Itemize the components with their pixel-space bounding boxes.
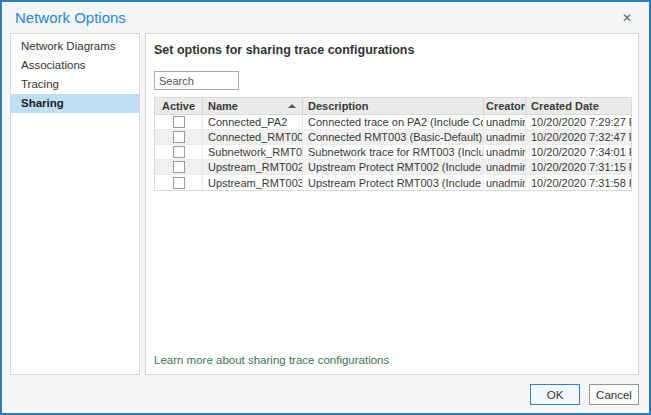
- column-header-name[interactable]: Name: [203, 98, 303, 114]
- active-checkbox[interactable]: [173, 146, 185, 158]
- cell-active: [155, 145, 203, 159]
- title-bar: Network Options ✕: [2, 2, 649, 33]
- cell-creator: unadmin: [484, 130, 526, 144]
- active-checkbox[interactable]: [173, 161, 185, 173]
- sidebar-item-network-diagrams[interactable]: Network Diagrams: [11, 37, 139, 56]
- cell-created_date: 10/20/2020 7:34:01 PM: [526, 145, 631, 159]
- cell-creator: unadmin: [484, 175, 526, 190]
- network-options-dialog: Network Options ✕ Network DiagramsAssoci…: [0, 0, 651, 415]
- cancel-button[interactable]: Cancel: [589, 384, 639, 405]
- cell-created_date: 10/20/2020 7:31:58 PM: [526, 175, 631, 190]
- table-body: Connected_PA2Connected trace on PA2 (Inc…: [155, 115, 631, 190]
- table-header-row: Active Name Description Creator Created …: [155, 98, 631, 115]
- sidebar-item-sharing[interactable]: Sharing: [11, 94, 139, 113]
- close-icon[interactable]: ✕: [619, 10, 635, 26]
- table-row[interactable]: Upstream_RMT003Upstream Protect RMT003 (…: [155, 175, 631, 190]
- learn-more-link[interactable]: Learn more about sharing trace configura…: [154, 354, 389, 366]
- sort-ascending-icon: [288, 104, 296, 108]
- panel-heading: Set options for sharing trace configurat…: [154, 43, 414, 57]
- sharing-panel: Set options for sharing trace configurat…: [145, 33, 639, 375]
- cell-active: [155, 160, 203, 174]
- cell-creator: unadmin: [484, 115, 526, 129]
- cell-created_date: 10/20/2020 7:31:15 PM: [526, 160, 631, 174]
- active-checkbox[interactable]: [173, 131, 185, 143]
- sidebar-list: Network DiagramsAssociationsTracingShari…: [11, 37, 139, 113]
- active-checkbox[interactable]: [173, 177, 185, 189]
- column-header-name-label: Name: [208, 98, 238, 114]
- ok-button[interactable]: OK: [530, 384, 580, 405]
- table-row[interactable]: Subnetwork_RMT003Subnetwork trace for RM…: [155, 145, 631, 160]
- cell-creator: unadmin: [484, 160, 526, 174]
- cell-name: Upstream_RMT002: [203, 160, 303, 174]
- cell-description: Upstream Protect RMT002 (Include Contain…: [303, 160, 484, 174]
- search-input[interactable]: [154, 71, 239, 90]
- trace-config-table: Active Name Description Creator Created …: [154, 97, 632, 191]
- cell-name: Connected_PA2: [203, 115, 303, 129]
- column-header-description[interactable]: Description: [303, 98, 484, 114]
- table-row[interactable]: Upstream_RMT002Upstream Protect RMT002 (…: [155, 160, 631, 175]
- cell-active: [155, 130, 203, 144]
- cell-description: Connected trace on PA2 (Include Containe…: [303, 115, 484, 129]
- cell-active: [155, 175, 203, 190]
- cell-created_date: 10/20/2020 7:29:27 PM: [526, 115, 631, 129]
- column-header-active[interactable]: Active: [155, 98, 203, 114]
- dialog-title: Network Options: [15, 9, 126, 26]
- cell-description: Subnetwork trace for RMT003 (Include Con…: [303, 145, 484, 159]
- sidebar-item-tracing[interactable]: Tracing: [11, 75, 139, 94]
- table-row[interactable]: Connected_PA2Connected trace on PA2 (Inc…: [155, 115, 631, 130]
- cell-created_date: 10/20/2020 7:32:47 PM: [526, 130, 631, 144]
- cell-description: Connected RMT003 (Basic-Default): [303, 130, 484, 144]
- active-checkbox[interactable]: [173, 116, 185, 128]
- sidebar: Network DiagramsAssociationsTracingShari…: [10, 33, 140, 375]
- sidebar-item-associations[interactable]: Associations: [11, 56, 139, 75]
- column-header-created-date[interactable]: Created Date: [526, 98, 631, 114]
- cell-name: Upstream_RMT003: [203, 175, 303, 190]
- column-header-creator[interactable]: Creator: [484, 98, 526, 114]
- cell-name: Subnetwork_RMT003: [203, 145, 303, 159]
- cell-name: Connected_RMT003: [203, 130, 303, 144]
- cell-description: Upstream Protect RMT003 (Include Content…: [303, 175, 484, 190]
- table-row[interactable]: Connected_RMT003Connected RMT003 (Basic-…: [155, 130, 631, 145]
- cell-creator: unadmin: [484, 145, 526, 159]
- cell-active: [155, 115, 203, 129]
